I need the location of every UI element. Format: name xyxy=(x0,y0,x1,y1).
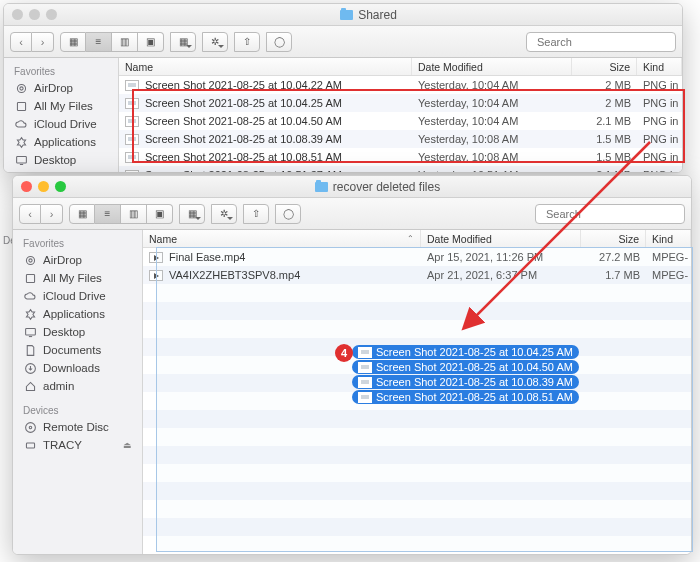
column-size[interactable]: Size xyxy=(581,230,646,247)
close-icon[interactable] xyxy=(12,9,23,20)
view-icon-button[interactable]: ▦ xyxy=(69,204,95,224)
drag-ghost: Screen Shot 2021-08-25 at 10.04.25 AMScr… xyxy=(352,345,579,405)
png-icon xyxy=(358,392,372,403)
sidebar-item-remote-disc[interactable]: Remote Disc xyxy=(13,418,142,436)
titlebar[interactable]: recover deleted files xyxy=(13,176,691,198)
table-row[interactable]: Screen Shot 2021-08-25 at 10.08.39 AMYes… xyxy=(119,130,682,148)
documents-icon xyxy=(23,343,37,357)
back-button[interactable]: ‹ xyxy=(10,32,32,52)
table-row-empty xyxy=(143,518,691,536)
table-row-empty xyxy=(143,536,691,554)
png-icon xyxy=(125,152,139,163)
eject-icon[interactable]: ⏏ xyxy=(123,440,132,450)
sidebar-item-applications[interactable]: Applications xyxy=(13,305,142,323)
desktop-icon xyxy=(23,325,37,339)
action-button[interactable]: ✲ xyxy=(211,204,237,224)
svg-point-16 xyxy=(29,426,31,428)
files-icon xyxy=(14,99,28,113)
table-row-empty xyxy=(143,464,691,482)
close-icon[interactable] xyxy=(21,181,32,192)
arrange-button[interactable]: ▦ xyxy=(170,32,196,52)
cloud-icon xyxy=(23,289,37,303)
svg-rect-12 xyxy=(25,328,35,335)
column-size[interactable]: Size xyxy=(572,58,637,75)
sidebar-item-all-my-files[interactable]: All My Files xyxy=(4,97,118,115)
share-button[interactable]: ⇧ xyxy=(234,32,260,52)
finder-window-shared[interactable]: Shared ‹ › ▦ ≡ ▥ ▣ ▦ ✲ ⇧ ◯ Favorites Air… xyxy=(3,3,683,173)
png-icon xyxy=(358,347,372,358)
table-row[interactable]: Screen Shot 2021-08-25 at 10.51.37 AMYes… xyxy=(119,166,682,172)
table-row[interactable]: Screen Shot 2021-08-25 at 10.04.22 AMYes… xyxy=(119,76,682,94)
forward-button[interactable]: › xyxy=(32,32,54,52)
apps-icon xyxy=(23,307,37,321)
svg-rect-11 xyxy=(26,274,34,282)
table-row[interactable]: Screen Shot 2021-08-25 at 10.04.50 AMYes… xyxy=(119,112,682,130)
titlebar[interactable]: Shared xyxy=(4,4,682,26)
back-button[interactable]: ‹ xyxy=(19,204,41,224)
view-column-button[interactable]: ▥ xyxy=(112,32,138,52)
search-input[interactable] xyxy=(546,208,684,220)
desktop-icon xyxy=(14,153,28,167)
drag-count-badge: 4 xyxy=(335,344,353,362)
column-date[interactable]: Date Modified xyxy=(412,58,572,75)
minimize-icon[interactable] xyxy=(29,9,40,20)
drive-icon xyxy=(23,438,37,452)
view-gallery-button[interactable]: ▣ xyxy=(147,204,173,224)
sidebar-item-icloud[interactable]: iCloud Drive xyxy=(4,115,118,133)
png-icon xyxy=(125,134,139,145)
table-row[interactable]: Screen Shot 2021-08-25 at 10.04.25 AMYes… xyxy=(119,94,682,112)
tags-button[interactable]: ◯ xyxy=(266,32,292,52)
column-date[interactable]: Date Modified xyxy=(421,230,581,247)
sidebar: Favorites AirDrop All My Files iCloud Dr… xyxy=(4,58,119,172)
sidebar-item-applications[interactable]: Applications xyxy=(4,133,118,151)
svg-point-10 xyxy=(28,258,31,261)
forward-button[interactable]: › xyxy=(41,204,63,224)
table-row[interactable]: Screen Shot 2021-08-25 at 10.08.51 AMYes… xyxy=(119,148,682,166)
view-list-button[interactable]: ≡ xyxy=(86,32,112,52)
share-button[interactable]: ⇧ xyxy=(243,204,269,224)
column-kind[interactable]: Kind xyxy=(637,58,682,75)
action-button[interactable]: ✲ xyxy=(202,32,228,52)
search-field[interactable] xyxy=(526,32,676,52)
arrange-button[interactable]: ▦ xyxy=(179,204,205,224)
zoom-icon[interactable] xyxy=(46,9,57,20)
sidebar-item-desktop[interactable]: Desktop xyxy=(13,323,142,341)
svg-rect-5 xyxy=(16,156,26,163)
window-title: Shared xyxy=(358,8,397,22)
png-icon xyxy=(358,377,372,388)
svg-point-15 xyxy=(25,422,35,432)
tags-button[interactable]: ◯ xyxy=(275,204,301,224)
search-field[interactable] xyxy=(535,204,685,224)
sidebar-heading-devices: Devices xyxy=(13,401,142,418)
zoom-icon[interactable] xyxy=(55,181,66,192)
sidebar-item-documents[interactable]: Documents xyxy=(13,341,142,359)
sidebar-item-tracy[interactable]: TRACY⏏ xyxy=(13,436,142,454)
png-icon xyxy=(358,362,372,373)
sidebar: Favorites AirDrop All My Files iCloud Dr… xyxy=(13,230,143,554)
table-row[interactable]: Final Ease.mp4Apr 15, 2021, 11:26 PM27.2… xyxy=(143,248,691,266)
sidebar-item-all-my-files[interactable]: All My Files xyxy=(13,269,142,287)
table-row[interactable]: VA4IX2ZHEBT3SPV8.mp4Apr 21, 2021, 6:37 P… xyxy=(143,266,691,284)
window-title: recover deleted files xyxy=(333,180,440,194)
sidebar-item-airdrop[interactable]: AirDrop xyxy=(4,79,118,97)
sidebar-item-icloud[interactable]: iCloud Drive xyxy=(13,287,142,305)
minimize-icon[interactable] xyxy=(38,181,49,192)
view-list-button[interactable]: ≡ xyxy=(95,204,121,224)
table-row-empty xyxy=(143,500,691,518)
sidebar-item-downloads[interactable]: Downloads xyxy=(13,359,142,377)
sidebar-item-airdrop[interactable]: AirDrop xyxy=(13,251,142,269)
view-gallery-button[interactable]: ▣ xyxy=(138,32,164,52)
sidebar-item-desktop[interactable]: Desktop xyxy=(4,151,118,169)
drag-ghost-item: Screen Shot 2021-08-25 at 10.08.51 AM xyxy=(352,390,579,404)
view-icon-button[interactable]: ▦ xyxy=(60,32,86,52)
view-column-button[interactable]: ▥ xyxy=(121,204,147,224)
toolbar: ‹ › ▦ ≡ ▥ ▣ ▦ ✲ ⇧ ◯ xyxy=(4,26,682,58)
svg-point-3 xyxy=(19,86,22,89)
svg-rect-17 xyxy=(26,443,34,448)
column-name[interactable]: Name xyxy=(119,58,412,75)
search-input[interactable] xyxy=(537,36,675,48)
column-name[interactable]: Name⌃ xyxy=(143,230,421,247)
sidebar-item-admin[interactable]: admin xyxy=(13,377,142,395)
video-icon xyxy=(149,252,163,263)
column-kind[interactable]: Kind xyxy=(646,230,691,247)
